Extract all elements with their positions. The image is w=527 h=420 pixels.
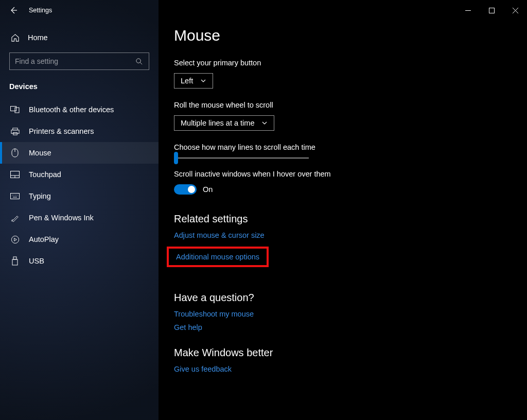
- sidebar-item-label: USB: [29, 257, 44, 265]
- back-button[interactable]: [7, 4, 20, 16]
- content-pane: Mouse Select your primary button Left Ro…: [159, 0, 527, 420]
- svg-rect-20: [12, 259, 17, 265]
- svg-rect-4: [12, 128, 17, 130]
- keyboard-icon: [10, 191, 20, 201]
- sidebar-item-typing[interactable]: Typing: [0, 185, 159, 207]
- mouse-icon: [10, 148, 20, 157]
- sidebar-item-label: Pen & Windows Ink: [29, 214, 94, 222]
- related-heading: Related settings: [174, 213, 512, 225]
- sidebar-item-mouse[interactable]: Mouse: [0, 142, 159, 164]
- inactive-state: On: [203, 185, 213, 194]
- svg-rect-3: [15, 108, 19, 113]
- pen-icon: [10, 213, 20, 222]
- sidebar-item-label: AutoPlay: [29, 235, 59, 243]
- sidebar-item-pen[interactable]: Pen & Windows Ink: [0, 207, 159, 229]
- wheel-scroll-label: Roll the mouse wheel to scroll: [174, 101, 512, 109]
- usb-icon: [10, 256, 20, 266]
- question-heading: Have a question?: [174, 292, 512, 304]
- toggle-knob: [188, 186, 195, 193]
- sidebar-item-label: Printers & scanners: [29, 127, 94, 135]
- chevron-down-icon: [200, 78, 206, 84]
- chevron-down-icon: [261, 120, 268, 126]
- lines-label: Choose how many lines to scroll each tim…: [174, 143, 512, 151]
- link-adjust-mouse-cursor-size[interactable]: Adjust mouse & cursor size: [174, 231, 512, 239]
- sidebar: Home Devices Bluetooth & other devices P…: [0, 0, 159, 420]
- sidebar-item-autoplay[interactable]: AutoPlay: [0, 229, 159, 250]
- sidebar-item-label: Typing: [29, 192, 51, 200]
- svg-rect-19: [13, 257, 16, 259]
- sidebar-item-touchpad[interactable]: Touchpad: [0, 164, 159, 185]
- svg-rect-2: [11, 107, 16, 111]
- sidebar-item-label: Mouse: [29, 149, 51, 157]
- svg-point-15: [15, 195, 15, 195]
- inactive-toggle[interactable]: [174, 184, 197, 195]
- lines-slider[interactable]: [174, 157, 309, 159]
- home-icon: [10, 33, 20, 42]
- link-troubleshoot-mouse[interactable]: Troubleshoot my mouse: [174, 310, 512, 318]
- svg-rect-5: [11, 130, 19, 133]
- search-box[interactable]: [9, 52, 149, 70]
- svg-point-16: [16, 195, 17, 195]
- home-label: Home: [28, 33, 48, 42]
- titlebar: Settings: [0, 0, 527, 21]
- link-get-help[interactable]: Get help: [174, 323, 512, 331]
- search-input[interactable]: [15, 57, 130, 65]
- link-additional-mouse-options[interactable]: Additional mouse options: [176, 253, 259, 261]
- minimize-button[interactable]: [456, 2, 480, 19]
- svg-point-1: [136, 58, 140, 62]
- better-heading: Make Windows better: [174, 347, 512, 359]
- window-title: Settings: [29, 7, 52, 14]
- primary-button-dropdown[interactable]: Left: [174, 73, 213, 89]
- wheel-scroll-dropdown[interactable]: Multiple lines at a time: [174, 115, 274, 131]
- svg-rect-0: [489, 8, 494, 13]
- sidebar-item-usb[interactable]: USB: [0, 250, 159, 272]
- link-give-feedback[interactable]: Give us feedback: [174, 365, 512, 373]
- search-icon: [134, 57, 144, 66]
- svg-point-14: [13, 195, 14, 195]
- touchpad-icon: [10, 170, 20, 179]
- devices-icon: [10, 105, 20, 114]
- printer-icon: [10, 127, 20, 136]
- sidebar-item-label: Touchpad: [29, 170, 61, 179]
- inactive-label: Scroll inactive windows when I hover ove…: [174, 170, 512, 178]
- sidebar-item-label: Bluetooth & other devices: [29, 106, 114, 114]
- wheel-scroll-value: Multiple lines at a time: [181, 119, 254, 127]
- maximize-button[interactable]: [480, 2, 503, 19]
- primary-button-value: Left: [181, 77, 193, 85]
- svg-rect-12: [11, 194, 20, 199]
- sidebar-item-printers[interactable]: Printers & scanners: [0, 120, 159, 142]
- svg-point-18: [11, 236, 19, 243]
- close-button[interactable]: [503, 2, 527, 19]
- page-title: Mouse: [174, 27, 512, 44]
- home-nav[interactable]: Home: [0, 29, 159, 46]
- slider-thumb[interactable]: [174, 152, 178, 164]
- sidebar-section-label: Devices: [0, 75, 159, 95]
- sidebar-item-bluetooth[interactable]: Bluetooth & other devices: [0, 99, 159, 120]
- svg-point-13: [12, 195, 12, 195]
- highlight-box: Additional mouse options: [167, 247, 269, 267]
- autoplay-icon: [10, 235, 20, 244]
- primary-button-label: Select your primary button: [174, 59, 512, 67]
